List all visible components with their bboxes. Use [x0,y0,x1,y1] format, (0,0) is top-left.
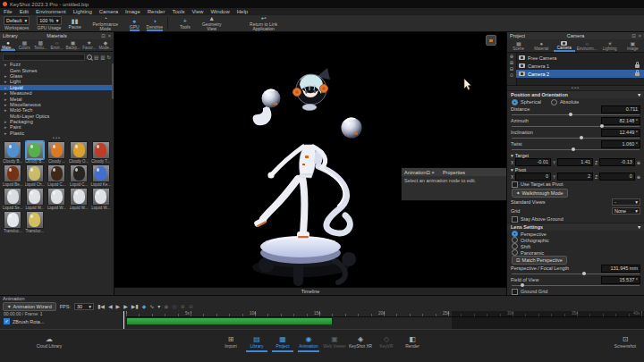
target-section-header[interactable]: ▾Target [507,152,644,158]
tools-button[interactable]: + Tools [176,15,194,31]
distance-slider[interactable] [512,113,640,117]
add-camera-icon[interactable]: ⊕ [510,54,514,59]
animation-clip-bar[interactable] [126,317,333,325]
dock-web-viewer[interactable]: ▣ Web Viewer [321,335,348,349]
use-target-as-pivot-checkbox[interactable] [512,181,518,188]
tab-colors[interactable]: ▦Colors [16,39,32,51]
gpu-usage-dropdown[interactable]: 100 % ▾ [37,16,61,25]
tab-backplates[interactable]: ▣Backp... [65,39,81,51]
material-thumbnail[interactable]: Liquid W... [46,188,68,210]
menu-edit[interactable]: Edit [16,9,32,14]
azimuth-slider[interactable] [512,124,640,129]
menu-tools[interactable]: Tools [168,9,188,14]
record-alt-icon[interactable]: ◎ [173,303,177,310]
fps-dropdown[interactable]: 30▾ [74,303,94,310]
dock-render[interactable]: ◧ Render [399,335,426,349]
material-thumbnail[interactable]: Liquid W... [89,188,112,210]
material-thumbnail[interactable]: Liquid Ke... [89,164,112,187]
material-thumbnail[interactable]: Cloudy B... [2,141,24,164]
camera-row-camera-1[interactable]: Camera 1 [516,62,644,70]
dock-library[interactable]: ▤ Library [243,335,270,352]
pivot-y-field[interactable]: 2 [557,173,593,181]
tab-textures[interactable]: ▩Textu... [32,39,48,51]
camera-settings-icon[interactable]: ⊙ [510,72,514,78]
camera-row-camera-2[interactable]: Camera 2 [516,70,644,78]
tab-environments[interactable]: ☼Envir... [48,39,64,51]
menu-camera[interactable]: Camera [96,9,122,14]
target-y-field[interactable]: 1.41 [557,158,593,166]
target-x-field[interactable]: -0.01 [515,158,551,166]
stay-above-ground-checkbox[interactable] [512,216,518,223]
record-icon[interactable]: ◉ [164,303,168,310]
match-perspective-button[interactable]: ⊡Match Perspective [512,256,567,265]
shift-radio[interactable] [512,243,518,249]
target-z-field[interactable]: -0.13 [599,158,635,166]
material-thumbnail[interactable]: Cloudy O... [68,141,90,164]
step-forward-button[interactable]: ▶ [123,303,128,310]
menu-render[interactable]: Render [144,9,169,14]
field-of-view-slider[interactable] [512,283,640,288]
undock-icon[interactable]: ⊡ [101,33,106,38]
position-orientation-header[interactable]: Position and Orientation ▾ [507,90,644,98]
material-thumbnail-selected[interactable]: Cloudy B... [24,141,47,164]
menu-lighting[interactable]: Lighting [70,9,96,14]
play-button[interactable]: ▶ [116,303,121,310]
standard-views-dropdown[interactable]: -▾ [612,198,640,206]
curves-icon[interactable]: ∿ [149,303,154,310]
tab-material[interactable]: ●Material [530,39,554,52]
return-to-link-application-button[interactable]: ↩ Return to Link Application [239,15,289,31]
animation-track-row[interactable]: ✓ ZBrush Rota... [4,318,44,324]
close-icon[interactable]: × [639,33,641,38]
material-thumbnail[interactable]: Cloudy ... [46,141,68,164]
skip-to-start-button[interactable]: ▮◀ [97,303,105,310]
material-thumbnail[interactable]: Liquid W... [68,188,90,210]
pause-button[interactable]: ▮▮ Pause [65,15,85,31]
delete-camera-icon[interactable]: ⊟ [510,66,514,72]
performance-mode-button[interactable]: ◔ Performance Mode [85,15,126,31]
walkthrough-mode-button[interactable]: ✦Walkthrough Mode [512,189,568,198]
sort-name-icon[interactable]: ▤ [94,55,98,60]
tree-item-plastic[interactable]: ▸Plastic [0,130,114,136]
material-thumbnail[interactable]: Liquid Ch... [24,164,47,187]
chevron-down-icon[interactable]: ▾ [157,303,160,310]
focal-length-slider[interactable] [512,272,640,276]
spherical-radio[interactable] [512,99,518,105]
camera-row-free-camera[interactable]: Free Camera [516,54,644,62]
material-thumbnail[interactable]: Cloudy T... [89,141,112,164]
menu-file[interactable]: File [0,9,16,14]
refresh-icon[interactable]: ↻ [106,55,111,60]
menu-environment[interactable]: Environment [32,9,70,14]
pivot-section-header[interactable]: ▾Pivot [507,166,644,173]
duplicate-camera-icon[interactable]: ⊞ [510,60,514,65]
tree-scrollbar[interactable] [112,63,114,99]
timeline-zoom-in-icon[interactable]: ⊕ [181,303,185,310]
tab-favorites[interactable]: ★Favor... [81,39,97,51]
undock-icon[interactable]: ⊡ [631,33,636,38]
pivot-pick-icon[interactable]: ⊕ [637,174,640,180]
denoise-toggle-button[interactable]: ◑ Denoise [143,15,166,31]
track-enabled-checkbox[interactable]: ✓ [4,318,10,324]
search-icon[interactable] [87,55,92,60]
viewport-camera-lock-icon[interactable] [486,35,496,46]
dock-import[interactable]: ⊞ Import [217,335,244,349]
dock-screenshot[interactable]: ⊡ Screenshot [610,335,640,349]
sort-type-icon[interactable]: ▥ [100,55,105,60]
gpu-toggle-button[interactable]: ● GPU [126,15,143,31]
realtime-viewport[interactable]: Animation Properties ⊡ × Select an anima… [114,32,506,295]
keyframe-icon[interactable]: ◆ [142,303,147,310]
absolute-radio[interactable] [551,99,557,105]
panoramic-radio[interactable] [512,249,518,256]
menu-image[interactable]: Image [122,9,144,14]
animation-properties-panel[interactable]: Animation Properties ⊡ × Select an anima… [401,167,506,201]
tab-models[interactable]: ◆Mode... [97,39,114,51]
lens-settings-header[interactable]: Lens Settings ▾ [507,223,644,231]
dock-cloud-library[interactable]: ☁ Cloud Library [34,335,64,349]
menu-view[interactable]: View [188,9,207,14]
grid-dropdown[interactable]: None▾ [612,207,640,215]
dock-keyvr[interactable]: ◇ KeyVR [373,335,400,349]
material-thumbnail[interactable]: Liquid W... [24,188,47,210]
ground-grid-checkbox[interactable] [512,289,518,295]
animation-wizard-button[interactable]: ✦Animation Wizard [3,302,56,311]
material-thumbnail[interactable]: Liquid C... [68,164,90,187]
menu-help[interactable]: Help [233,9,251,14]
